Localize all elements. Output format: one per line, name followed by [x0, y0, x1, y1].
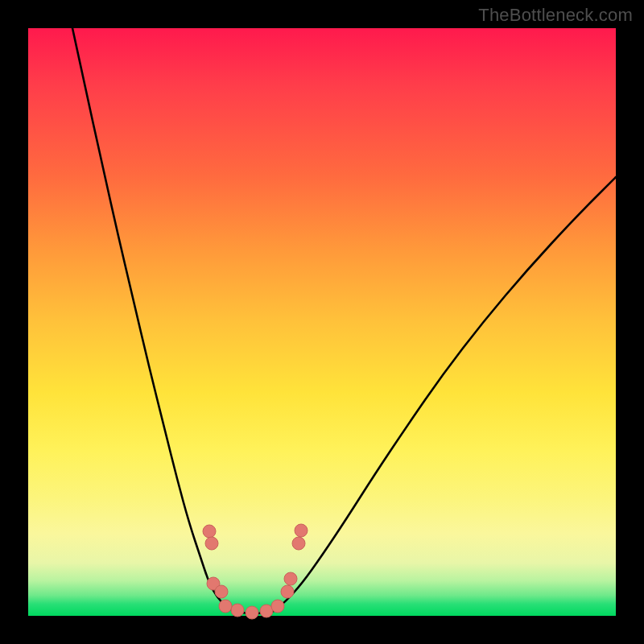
curve-marker	[203, 525, 216, 538]
curve-marker	[281, 585, 294, 598]
curve-marker	[246, 606, 258, 619]
curve-marker	[219, 600, 232, 613]
chart-frame: TheBottleneck.com	[0, 0, 644, 644]
curve-markers-group	[203, 524, 308, 619]
watermark-text: TheBottleneck.com	[478, 5, 633, 26]
curve-marker	[205, 537, 218, 550]
curve-marker	[231, 604, 244, 617]
chart-svg	[28, 28, 616, 616]
curve-marker	[284, 572, 297, 585]
curve-marker	[295, 524, 308, 537]
bottleneck-curve	[72, 28, 616, 613]
curve-marker	[215, 585, 228, 598]
curve-marker	[271, 600, 284, 613]
chart-plot-area	[28, 28, 616, 616]
curve-marker	[292, 537, 305, 550]
